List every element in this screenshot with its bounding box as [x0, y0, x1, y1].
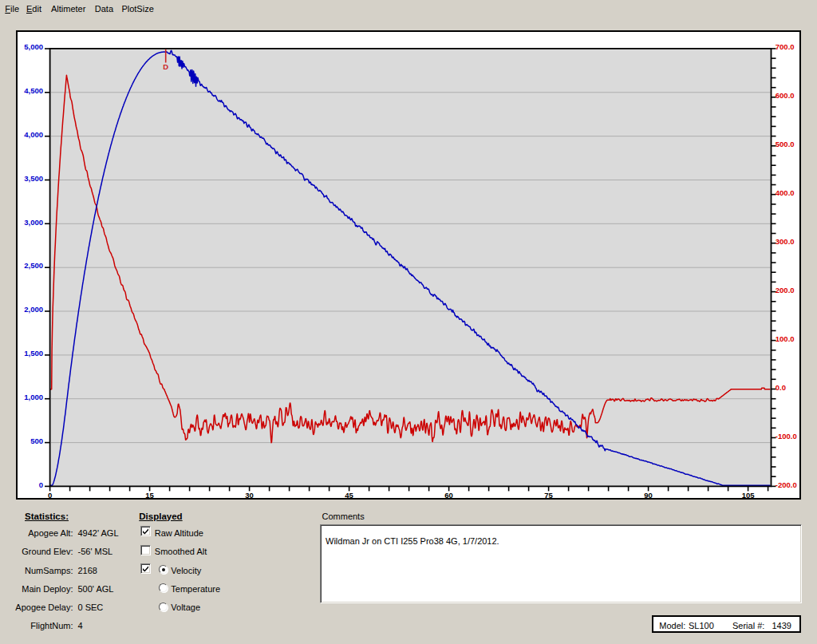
svg-text:500: 500 [30, 437, 43, 445]
svg-text:500.0: 500.0 [776, 140, 795, 148]
svg-text:1,500: 1,500 [24, 349, 43, 358]
svg-text:-200.0: -200.0 [776, 480, 797, 489]
svg-text:1,000: 1,000 [24, 393, 43, 401]
svg-text:2,500: 2,500 [24, 261, 43, 270]
svg-text:0: 0 [39, 480, 43, 489]
svg-text:15: 15 [145, 491, 154, 500]
svg-text:30: 30 [245, 491, 254, 500]
svg-text:75: 75 [544, 491, 553, 500]
svg-text:4,500: 4,500 [24, 86, 43, 95]
svg-text:300.0: 300.0 [776, 237, 795, 246]
svg-text:600.0: 600.0 [776, 91, 795, 100]
svg-text:3,000: 3,000 [24, 218, 43, 227]
svg-text:100.0: 100.0 [776, 334, 795, 343]
svg-text:400.0: 400.0 [776, 188, 795, 197]
svg-text:5,000: 5,000 [24, 42, 43, 51]
svg-text:-100.0: -100.0 [776, 432, 797, 441]
svg-text:2,000: 2,000 [24, 305, 43, 314]
svg-text:D: D [163, 62, 168, 71]
svg-text:45: 45 [345, 491, 353, 500]
svg-text:0.0: 0.0 [776, 383, 786, 392]
svg-text:200.0: 200.0 [776, 286, 795, 294]
svg-text:60: 60 [444, 491, 453, 500]
svg-text:4,000: 4,000 [24, 130, 43, 139]
svg-text:3,500: 3,500 [24, 174, 43, 183]
svg-text:105: 105 [742, 491, 756, 500]
svg-text:0: 0 [48, 491, 52, 500]
svg-text:90: 90 [644, 491, 653, 500]
svg-text:700.0: 700.0 [776, 42, 795, 51]
